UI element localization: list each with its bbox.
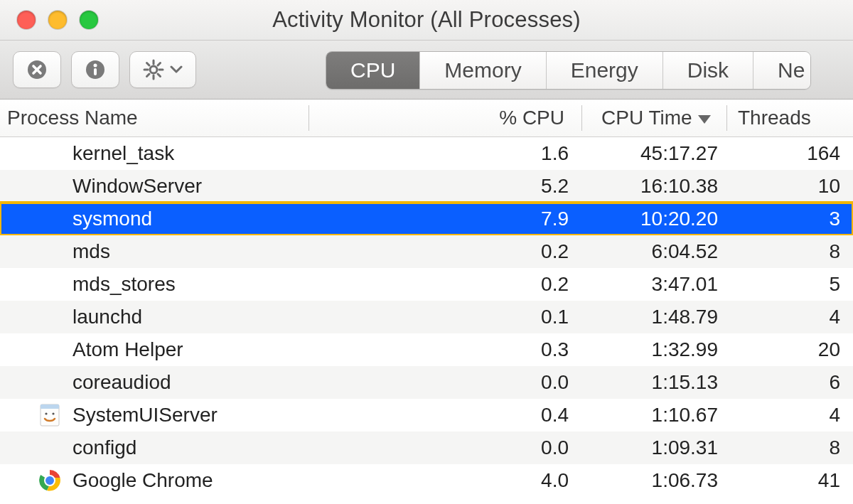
zoom-window-button[interactable] bbox=[80, 11, 98, 29]
title-bar: Activity Monitor (All Processes) bbox=[0, 0, 853, 41]
tab-network[interactable]: Ne bbox=[753, 52, 810, 89]
process-cpu-percent: 1.6 bbox=[455, 142, 569, 165]
table-row[interactable]: launchd0.11:48.794 bbox=[0, 301, 853, 333]
info-icon bbox=[85, 59, 106, 80]
tab-cpu[interactable]: CPU bbox=[326, 52, 419, 89]
process-threads: 164 bbox=[734, 142, 840, 165]
table-row[interactable]: mds0.26:04.528 bbox=[0, 235, 853, 268]
process-cpu-time: 45:17.27 bbox=[583, 142, 718, 165]
table-row[interactable]: WindowServer5.216:10.3810 bbox=[0, 170, 853, 203]
process-table: kernel_task1.645:17.27164WindowServer5.2… bbox=[0, 137, 853, 497]
info-button[interactable] bbox=[71, 51, 119, 88]
table-row[interactable]: SystemUIServer0.41:10.674 bbox=[0, 399, 853, 431]
process-icon bbox=[37, 337, 63, 363]
process-cpu-time: 1:32.99 bbox=[583, 338, 718, 361]
process-cpu-percent: 7.9 bbox=[455, 208, 569, 230]
process-name: SystemUIServer bbox=[73, 404, 218, 427]
column-header-threads[interactable]: Threads bbox=[738, 107, 811, 129]
svg-rect-3 bbox=[94, 68, 97, 75]
process-icon bbox=[37, 239, 63, 264]
process-threads: 4 bbox=[734, 306, 840, 328]
sort-descending-icon bbox=[698, 115, 711, 124]
window-title: Activity Monitor (All Processes) bbox=[0, 7, 853, 33]
chevron-down-icon bbox=[170, 65, 183, 74]
process-cpu-time: 3:47.01 bbox=[583, 273, 718, 296]
process-cpu-percent: 0.3 bbox=[455, 338, 569, 361]
chrome-icon bbox=[37, 468, 63, 493]
finder-icon bbox=[37, 402, 63, 428]
process-cpu-time: 1:10.67 bbox=[583, 404, 718, 427]
column-header-process-name[interactable]: Process Name bbox=[7, 107, 138, 129]
process-cpu-time: 6:04.52 bbox=[583, 240, 718, 263]
table-row[interactable]: kernel_task1.645:17.27164 bbox=[0, 137, 853, 170]
process-cpu-time: 16:10.38 bbox=[583, 175, 718, 198]
minimize-window-button[interactable] bbox=[48, 11, 67, 29]
process-icon bbox=[37, 206, 63, 232]
stop-process-button[interactable] bbox=[13, 51, 61, 88]
process-icon bbox=[37, 141, 63, 166]
table-row[interactable]: configd0.01:09.318 bbox=[0, 431, 853, 464]
svg-point-15 bbox=[45, 412, 47, 414]
gear-icon bbox=[143, 59, 164, 80]
process-icon bbox=[37, 370, 63, 395]
process-name: sysmond bbox=[73, 208, 152, 230]
column-header-cpu-time[interactable]: CPU Time bbox=[601, 107, 711, 129]
process-cpu-percent: 0.1 bbox=[455, 306, 569, 328]
process-cpu-percent: 0.0 bbox=[455, 371, 569, 394]
process-icon bbox=[37, 435, 63, 461]
process-cpu-time: 1:09.31 bbox=[583, 436, 718, 459]
process-icon bbox=[37, 272, 63, 297]
process-threads: 10 bbox=[734, 175, 840, 198]
process-name: coreaudiod bbox=[73, 371, 171, 394]
column-separator bbox=[309, 105, 309, 131]
process-cpu-time: 1:06.73 bbox=[583, 469, 718, 492]
svg-line-9 bbox=[147, 63, 150, 66]
svg-point-2 bbox=[94, 64, 97, 68]
svg-line-12 bbox=[147, 74, 150, 77]
process-name: Google Chrome bbox=[73, 469, 213, 492]
tab-energy[interactable]: Energy bbox=[546, 52, 662, 89]
process-threads: 8 bbox=[734, 436, 840, 459]
svg-point-4 bbox=[150, 66, 157, 73]
process-cpu-time: 1:48.79 bbox=[583, 306, 718, 328]
stop-icon bbox=[26, 59, 48, 80]
column-separator bbox=[726, 105, 727, 131]
process-cpu-time: 1:15.13 bbox=[583, 371, 718, 394]
traffic-lights bbox=[0, 11, 98, 29]
toolbar: CPU Memory Energy Disk Ne bbox=[0, 41, 853, 100]
process-name: configd bbox=[73, 436, 136, 459]
process-threads: 41 bbox=[734, 469, 840, 492]
process-cpu-percent: 0.4 bbox=[455, 404, 569, 427]
table-row[interactable]: Atom Helper0.31:32.9920 bbox=[0, 333, 853, 366]
process-icon bbox=[37, 173, 63, 199]
process-threads: 8 bbox=[734, 240, 840, 263]
column-header-cpu-percent[interactable]: % CPU bbox=[499, 107, 564, 129]
table-row[interactable]: mds_stores0.23:47.015 bbox=[0, 268, 853, 301]
process-cpu-percent: 0.0 bbox=[455, 436, 569, 459]
column-separator bbox=[581, 105, 582, 131]
tab-memory[interactable]: Memory bbox=[419, 52, 545, 89]
close-window-button[interactable] bbox=[17, 11, 36, 29]
svg-line-11 bbox=[158, 63, 161, 66]
process-name: mds_stores bbox=[73, 273, 176, 296]
process-name: Atom Helper bbox=[73, 338, 183, 361]
tab-disk[interactable]: Disk bbox=[662, 52, 753, 89]
process-cpu-percent: 0.2 bbox=[455, 240, 569, 263]
process-name: mds bbox=[73, 240, 110, 263]
process-name: launchd bbox=[73, 306, 142, 328]
process-icon bbox=[37, 304, 63, 330]
svg-line-10 bbox=[158, 74, 161, 77]
process-cpu-time: 10:20.20 bbox=[583, 208, 718, 230]
process-cpu-percent: 5.2 bbox=[455, 175, 569, 198]
table-row[interactable]: coreaudiod0.01:15.136 bbox=[0, 366, 853, 399]
svg-rect-14 bbox=[41, 404, 59, 409]
process-threads: 3 bbox=[734, 208, 840, 230]
svg-point-16 bbox=[52, 412, 54, 414]
process-name: WindowServer bbox=[73, 175, 202, 198]
process-cpu-percent: 0.2 bbox=[455, 273, 569, 296]
table-row[interactable]: Google Chrome4.01:06.7341 bbox=[0, 464, 853, 497]
process-name: kernel_task bbox=[73, 142, 174, 165]
action-menu-button[interactable] bbox=[129, 51, 196, 88]
process-threads: 4 bbox=[734, 404, 840, 427]
table-row[interactable]: sysmond7.910:20.203 bbox=[0, 203, 853, 235]
